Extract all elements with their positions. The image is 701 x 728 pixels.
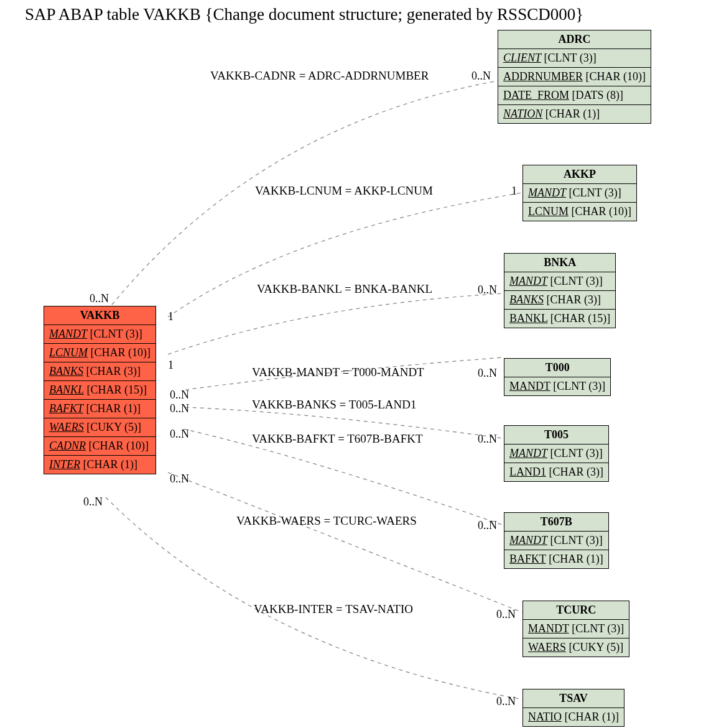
entity-tcurc: TCURC MANDT [CLNT (3)] WAERS [CUKY (5)] xyxy=(522,601,629,657)
entity-field: MANDT [CLNT (3)] xyxy=(523,184,637,203)
cardinality-label: 0..N xyxy=(478,283,497,297)
entity-field: CLIENT [CLNT (3)] xyxy=(498,49,651,68)
entity-field: MANDT [CLNT (3)] xyxy=(504,532,609,550)
cardinality-label: 0..N xyxy=(496,695,516,708)
entity-field: CADNR [CHAR (10)] xyxy=(44,437,156,456)
cardinality-label: 0..N xyxy=(83,495,103,509)
entity-field: BANKL [CHAR (15)] xyxy=(504,310,616,328)
page-title: SAP ABAP table VAKKB {Change document st… xyxy=(25,5,583,24)
entity-field: BAFKT [CHAR (1)] xyxy=(504,550,609,569)
entity-header: BNKA xyxy=(504,254,616,272)
entity-tsav: TSAV NATIO [CHAR (1)] xyxy=(522,689,624,727)
cardinality-label: 0..N xyxy=(478,433,497,446)
entity-field: WAERS [CUKY (5)] xyxy=(523,638,629,657)
relation-label: VAKKB-INTER = TSAV-NATIO xyxy=(254,602,413,616)
entity-header: ADRC xyxy=(498,30,651,49)
cardinality-label: 0..N xyxy=(478,519,497,532)
relation-label: VAKKB-WAERS = TCURC-WAERS xyxy=(236,514,417,528)
cardinality-label: 0..N xyxy=(170,389,189,402)
cardinality-label: 1 xyxy=(168,310,174,323)
entity-header: T607B xyxy=(504,513,609,532)
entity-field: MANDT [CLNT (3)] xyxy=(44,325,156,344)
entity-field: NATIO [CHAR (1)] xyxy=(523,708,624,727)
entity-t000: T000 MANDT [CLNT (3)] xyxy=(504,358,611,396)
entity-field: LCNUM [CHAR (10)] xyxy=(44,344,156,362)
cardinality-label: 0..N xyxy=(496,608,516,621)
entity-header: AKKP xyxy=(523,165,637,184)
entity-field: LCNUM [CHAR (10)] xyxy=(523,203,637,221)
entity-field: WAERS [CUKY (5)] xyxy=(44,418,156,437)
entity-header: TSAV xyxy=(523,689,624,708)
entity-field: DATE_FROM [DATS (8)] xyxy=(498,86,651,105)
relation-label: VAKKB-CADNR = ADRC-ADDRNUMBER xyxy=(210,69,429,83)
entity-field: MANDT [CLNT (3)] xyxy=(523,620,629,638)
cardinality-label: 0..N xyxy=(471,70,491,83)
entity-header: TCURC xyxy=(523,601,629,620)
cardinality-label: 0..N xyxy=(478,367,497,380)
entity-field: BAFKT [CHAR (1)] xyxy=(44,400,156,418)
cardinality-label: 1 xyxy=(511,185,517,198)
entity-header: VAKKB xyxy=(44,306,156,325)
entity-adrc: ADRC CLIENT [CLNT (3)] ADDRNUMBER [CHAR … xyxy=(498,30,651,124)
entity-akkp: AKKP MANDT [CLNT (3)] LCNUM [CHAR (10)] xyxy=(522,165,637,221)
cardinality-label: 0..N xyxy=(170,472,189,486)
entity-header: T005 xyxy=(504,426,609,445)
relation-label: VAKKB-BANKS = T005-LAND1 xyxy=(252,398,416,412)
entity-header: T000 xyxy=(504,359,611,377)
relation-label: VAKKB-MANDT = T000-MANDT xyxy=(252,366,424,379)
entity-field: BANKS [CHAR (3)] xyxy=(504,291,616,310)
entity-field: BANKS [CHAR (3)] xyxy=(44,362,156,381)
cardinality-label: 1 xyxy=(168,359,174,372)
entity-bnka: BNKA MANDT [CLNT (3)] BANKS [CHAR (3)] B… xyxy=(504,253,616,328)
relation-label: VAKKB-BANKL = BNKA-BANKL xyxy=(257,282,432,296)
entity-t607b: T607B MANDT [CLNT (3)] BAFKT [CHAR (1)] xyxy=(504,512,609,569)
entity-vakkb: VAKKB MANDT [CLNT (3)] LCNUM [CHAR (10)]… xyxy=(44,306,156,474)
entity-field: LAND1 [CHAR (3)] xyxy=(504,463,609,482)
cardinality-label: 0..N xyxy=(170,428,189,441)
cardinality-label: 0..N xyxy=(90,292,109,305)
entity-field: ADDRNUMBER [CHAR (10)] xyxy=(498,68,651,86)
entity-t005: T005 MANDT [CLNT (3)] LAND1 [CHAR (3)] xyxy=(504,425,609,482)
entity-field: NATION [CHAR (1)] xyxy=(498,105,651,124)
entity-field: MANDT [CLNT (3)] xyxy=(504,377,611,396)
relation-label: VAKKB-LCNUM = AKKP-LCNUM xyxy=(255,184,433,198)
entity-field: MANDT [CLNT (3)] xyxy=(504,272,616,291)
entity-field: BANKL [CHAR (15)] xyxy=(44,381,156,400)
entity-field: INTER [CHAR (1)] xyxy=(44,456,156,474)
cardinality-label: 0..N xyxy=(170,402,189,415)
entity-field: MANDT [CLNT (3)] xyxy=(504,445,609,463)
relation-label: VAKKB-BAFKT = T607B-BAFKT xyxy=(252,432,423,446)
